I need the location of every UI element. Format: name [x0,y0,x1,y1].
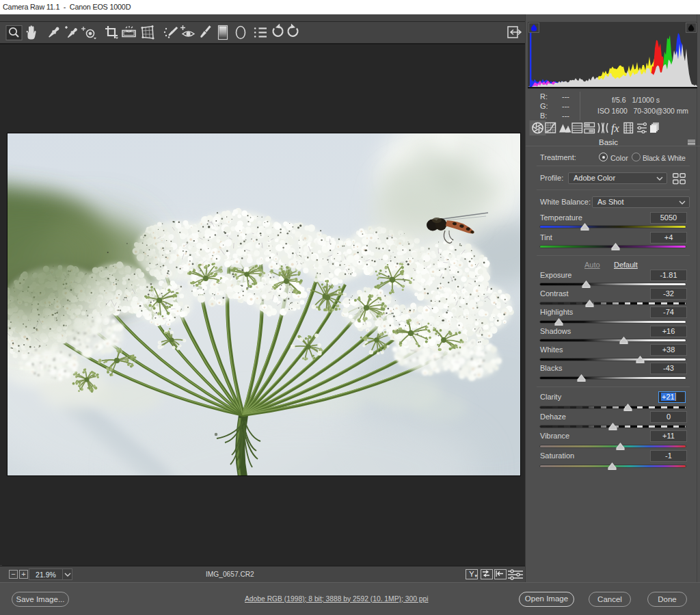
svg-text:fx: fx [611,122,620,135]
